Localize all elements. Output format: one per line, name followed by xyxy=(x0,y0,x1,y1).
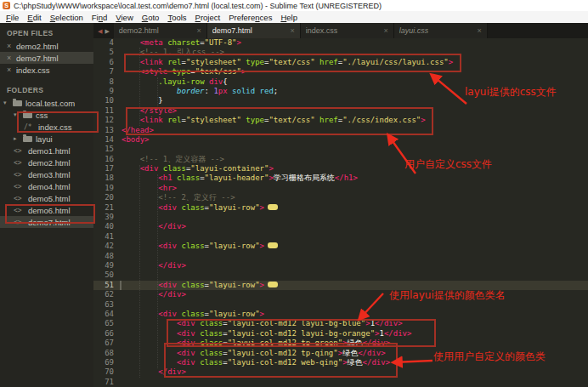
folded-code-icon[interactable] xyxy=(268,242,278,248)
line-number: 10 xyxy=(93,96,122,105)
line-number: 65 xyxy=(93,319,122,328)
menu-view[interactable]: View xyxy=(111,13,137,22)
tree-item-index.css[interactable]: /*index.css xyxy=(0,121,93,133)
folded-code-icon[interactable] xyxy=(268,204,278,210)
tab-bar: ◀▶demo2.html×demo7.html×index.css×layui.… xyxy=(93,23,588,38)
code-line-17: 17 <div class="layui-container"> xyxy=(93,164,588,174)
code-line-5: 5 <!-- 1. 引入css --> xyxy=(93,48,588,57)
caret-down-icon[interactable]: ▾ xyxy=(14,111,20,118)
menu-help[interactable]: Help xyxy=(276,13,302,22)
close-icon[interactable]: × xyxy=(7,54,13,62)
tree-item-label: demo6.html xyxy=(28,206,71,215)
code-line-4: 4 <meta charset="UTF-8"> xyxy=(93,38,588,48)
menu-edit[interactable]: Edit xyxy=(23,13,45,22)
line-number: 19 xyxy=(93,184,122,193)
line-number: 16 xyxy=(93,155,122,164)
menu-file[interactable]: File xyxy=(2,13,23,22)
tree-item-demo7.html[interactable]: <>demo7.html xyxy=(0,216,93,228)
html-file-icon: <> xyxy=(14,219,25,226)
tree-item-demo5.html[interactable]: <>demo5.html xyxy=(0,192,93,204)
code-line-71: 71 xyxy=(93,378,588,387)
line-number: 18 xyxy=(93,174,122,183)
code-line-13: 13</head> xyxy=(93,126,588,135)
open-file-index.css[interactable]: ×index.css xyxy=(0,64,93,76)
tab-scroll-right-icon[interactable]: ▶ xyxy=(105,28,109,34)
tab-demo2.html[interactable]: demo2.html× xyxy=(114,23,207,38)
close-icon[interactable]: × xyxy=(381,26,388,35)
code-line-6: 6 <link rel="stylesheet" type="text/css"… xyxy=(93,58,588,67)
tree-item-demo4.html[interactable]: <>demo4.html xyxy=(0,180,93,192)
code-text: <div class="layui-col-md12 layui-bg-oran… xyxy=(122,329,411,339)
code-line-50: 50 xyxy=(93,270,588,280)
line-number: 6 xyxy=(93,58,122,67)
code-text: <!-- 1. 引入css --> xyxy=(122,48,224,57)
code-text: <div class="layui-container"> xyxy=(122,164,274,174)
indent-guide xyxy=(139,48,140,126)
code-line-11: 11 </style> xyxy=(93,106,588,116)
code-text: <!-- 1、定义容器 --> xyxy=(122,155,224,164)
tree-item-label: demo7.html xyxy=(28,218,71,227)
close-icon[interactable]: × xyxy=(474,26,482,35)
close-icon[interactable]: × xyxy=(7,42,13,50)
code-text: </div> xyxy=(122,367,186,377)
tree-item-demo2.html[interactable]: <>demo2.html xyxy=(0,157,93,168)
tab-scroll-left-icon[interactable]: ◀ xyxy=(98,28,102,34)
line-number: 70 xyxy=(93,367,122,377)
open-file-label: index.css xyxy=(16,65,50,75)
sidebar: OPEN FILES ×demo2.html×demo7.html×index.… xyxy=(0,23,93,387)
line-number: 14 xyxy=(93,135,122,145)
tree-item-label: demo5.html xyxy=(28,194,71,203)
close-icon[interactable]: × xyxy=(287,26,295,35)
tree-item-local.test.com[interactable]: ▾local.test.com xyxy=(0,97,93,109)
code-text: <div class="layui-col-md12 web-qing">绿色<… xyxy=(122,358,390,367)
code-text: <div class="layui-col-md12 tp-qing">绿色</… xyxy=(122,349,386,358)
menu-find[interactable]: Find xyxy=(88,13,112,22)
menu-selection[interactable]: Selection xyxy=(46,13,88,22)
tree-item-label: local.test.com xyxy=(25,99,75,108)
line-number: 39 xyxy=(93,213,122,222)
folder-tree: ▾local.test.com▾css/*index.css▸layui<>de… xyxy=(0,97,93,228)
code-line-14: 14<body> xyxy=(93,135,588,145)
open-file-demo7.html[interactable]: ×demo7.html xyxy=(0,52,93,64)
caret-down-icon[interactable]: ▾ xyxy=(3,100,9,106)
line-number: 9 xyxy=(93,87,122,96)
tab-demo7.html[interactable]: demo7.html× xyxy=(207,23,301,38)
code-text: </div> xyxy=(122,290,186,299)
close-icon[interactable]: × xyxy=(194,26,201,35)
tree-item-css[interactable]: ▾css xyxy=(0,109,93,121)
code-line-65: 65 <div class="layui-col-md12 layui-bg-b… xyxy=(93,319,588,328)
folded-code-icon[interactable] xyxy=(268,282,278,287)
tree-item-demo6.html[interactable]: <>demo6.html xyxy=(0,204,93,216)
tab-layui.css[interactable]: layui.css× xyxy=(394,23,488,38)
tree-item-demo1.html[interactable]: <>demo1.html xyxy=(0,145,93,157)
close-icon[interactable]: × xyxy=(7,65,13,74)
code-text: <div class="layui-row"> xyxy=(122,242,278,251)
code-line-9: 9 border: 1px solid red; xyxy=(93,87,588,96)
menu-preferences[interactable]: Preferences xyxy=(224,13,276,22)
menu-project[interactable]: Project xyxy=(191,13,225,22)
code-text: </head> xyxy=(122,126,154,135)
html-file-icon: <> xyxy=(14,171,25,179)
tab-index.css[interactable]: index.css× xyxy=(301,23,394,38)
line-number: 48 xyxy=(93,252,122,261)
line-number: 69 xyxy=(93,358,122,367)
code-line-8: 8 .layui-row div{ xyxy=(93,77,588,87)
menu-tools[interactable]: Tools xyxy=(163,13,190,22)
code-editor[interactable]: 4 <meta charset="UTF-8">5 <!-- 1. 引入css … xyxy=(93,38,588,387)
code-text: <div class="layui-col-md12 tp-green">绿色<… xyxy=(122,339,390,348)
caret-right-icon[interactable]: ▸ xyxy=(14,135,20,142)
html-file-icon: <> xyxy=(14,183,25,191)
html-file-icon: <> xyxy=(14,195,25,202)
tree-item-layui[interactable]: ▸layui xyxy=(0,133,93,145)
code-text: </div> xyxy=(122,261,186,270)
code-line-21: 21 <div class="layui-row"> xyxy=(93,203,588,213)
open-file-demo2.html[interactable]: ×demo2.html xyxy=(0,40,93,52)
tree-item-demo3.html[interactable]: <>demo3.html xyxy=(0,168,93,180)
code-line-69: 69 <div class="layui-col-md12 web-qing">… xyxy=(93,358,588,367)
code-text: <meta charset="UTF-8"> xyxy=(122,38,241,48)
line-number: 7 xyxy=(93,67,122,77)
tab-label: demo7.html xyxy=(212,26,252,35)
code-line-10: 10 } xyxy=(93,96,588,105)
line-number: 11 xyxy=(93,106,122,116)
menu-goto[interactable]: Goto xyxy=(138,13,164,22)
